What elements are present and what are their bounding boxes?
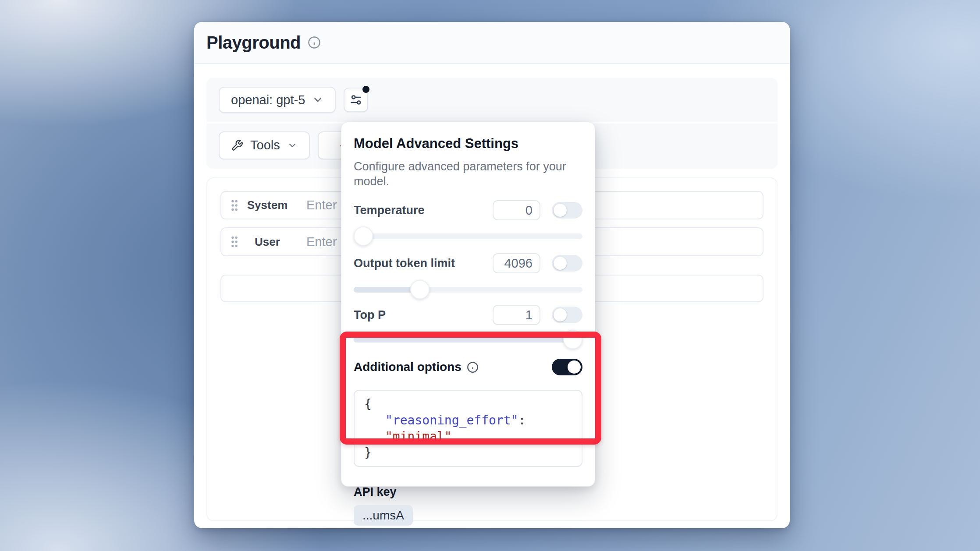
top-p-row: Top P 1 xyxy=(354,305,582,325)
page-title: Playground xyxy=(206,33,301,53)
annotation-highlight-rectangle xyxy=(340,332,601,445)
chevron-down-icon xyxy=(287,140,298,151)
popover-title: Model Advanced Settings xyxy=(354,135,582,152)
toggle-knob xyxy=(554,257,567,270)
model-selector-dropdown[interactable]: openai: gpt-5 xyxy=(219,87,336,113)
temperature-slider[interactable] xyxy=(354,233,582,239)
temperature-input[interactable]: 0 xyxy=(493,200,540,220)
output-token-limit-toggle[interactable] xyxy=(552,255,582,272)
popover-subtitle: Configure advanced parameters for your m… xyxy=(354,159,582,189)
page-header: Playground xyxy=(194,22,790,64)
slider-handle[interactable] xyxy=(354,226,373,246)
api-key-label: API key xyxy=(354,485,582,499)
message-input[interactable]: Enter xyxy=(306,235,337,249)
tools-dropdown[interactable]: Tools xyxy=(219,131,310,159)
top-p-label: Top P xyxy=(354,308,493,322)
message-role-label: System xyxy=(239,198,296,212)
toggle-knob xyxy=(554,308,567,321)
settings-notification-dot xyxy=(362,86,369,93)
sliders-icon xyxy=(349,93,363,107)
temperature-label: Temperature xyxy=(354,204,493,217)
output-token-limit-label: Output token limit xyxy=(354,257,493,270)
toggle-knob xyxy=(554,204,567,217)
message-role-label: User xyxy=(239,235,296,249)
desktop: { "page": { "title": "Playground" }, "mo… xyxy=(0,0,980,551)
top-p-input[interactable]: 1 xyxy=(493,305,540,325)
tools-label: Tools xyxy=(250,138,280,152)
drag-handle-icon[interactable] xyxy=(230,199,239,212)
model-row: openai: gpt-5 xyxy=(206,78,778,124)
temperature-row: Temperature 0 xyxy=(354,200,582,220)
drag-handle-icon[interactable] xyxy=(230,235,239,248)
slider-handle[interactable] xyxy=(410,280,430,299)
output-token-limit-input[interactable]: 4096 xyxy=(493,253,540,273)
chevron-down-icon xyxy=(312,94,323,106)
slider-fill xyxy=(354,287,415,293)
info-icon[interactable] xyxy=(308,36,321,49)
api-key-badge[interactable]: ...umsA xyxy=(354,505,413,526)
output-token-limit-slider[interactable] xyxy=(354,287,582,293)
output-token-limit-row: Output token limit 4096 xyxy=(354,253,582,273)
wrench-icon xyxy=(231,139,243,152)
message-input[interactable]: Enter xyxy=(306,198,337,212)
json-line: } xyxy=(364,445,572,461)
temperature-toggle[interactable] xyxy=(552,202,582,219)
model-selector-label: openai: gpt-5 xyxy=(231,93,305,107)
top-p-toggle[interactable] xyxy=(552,307,582,323)
model-advanced-settings-button[interactable] xyxy=(344,88,368,112)
